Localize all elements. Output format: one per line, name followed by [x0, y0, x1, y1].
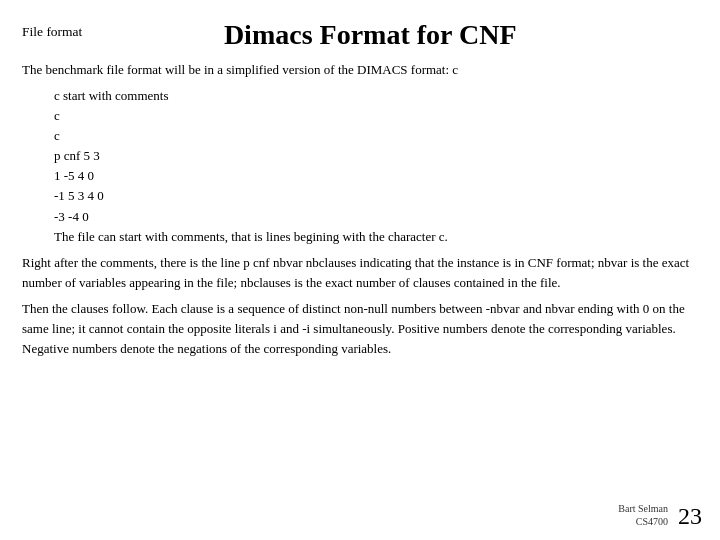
footer-author: Bart Selman CS4700	[618, 502, 668, 528]
page: File format Dimacs Format for CNF The be…	[0, 0, 720, 540]
file-format-label: File format	[22, 18, 82, 40]
paragraph-3: Then the clauses follow. Each clause is …	[22, 299, 698, 359]
code-line-6: -1 5 3 4 0	[54, 186, 698, 206]
code-line-3: c	[54, 126, 698, 146]
header-row: File format Dimacs Format for CNF	[22, 18, 698, 52]
code-line-4: p cnf 5 3	[54, 146, 698, 166]
footer: Bart Selman CS4700 23	[618, 502, 702, 528]
page-title: Dimacs Format for CNF	[82, 18, 698, 52]
code-line-5: 1 -5 4 0	[54, 166, 698, 186]
code-line-1: c start with comments	[54, 86, 698, 106]
page-number: 23	[678, 504, 702, 528]
paragraph-2: Right after the comments, there is the l…	[22, 253, 698, 293]
author-line1: Bart Selman	[618, 503, 668, 514]
content-area: The benchmark file format will be in a s…	[22, 60, 698, 360]
code-line-2: c	[54, 106, 698, 126]
para1-intro-text: The benchmark file format will be in a s…	[22, 62, 458, 77]
paragraph-1-intro: The benchmark file format will be in a s…	[22, 60, 698, 80]
code-line-7: -3 -4 0	[54, 207, 698, 227]
para1-end-text: The file can start with comments, that i…	[54, 227, 698, 247]
author-line2: CS4700	[636, 516, 668, 527]
code-block: c start with comments c c p cnf 5 3 1 -5…	[22, 86, 698, 247]
